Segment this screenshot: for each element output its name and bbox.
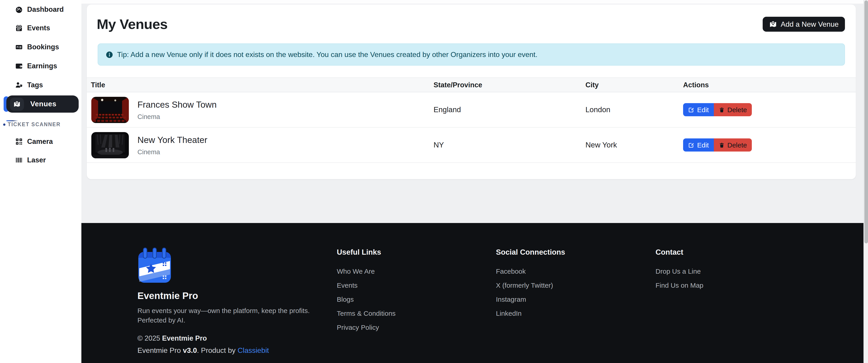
venue-title-block: Frances Show Town Cinema <box>137 99 217 120</box>
sidebar-item-label: Laser <box>27 156 46 164</box>
footer-link-who-we-are[interactable]: Who We Are <box>337 267 375 275</box>
footer-column-heading: Contact <box>655 248 704 256</box>
edit-button[interactable]: Edit <box>683 139 714 152</box>
delete-button[interactable]: Delete <box>714 139 752 152</box>
footer-tagline: Run events your way—own the platform, ke… <box>137 306 318 325</box>
footer-brand: Eventmie Pro Run events your way—own the… <box>137 247 318 355</box>
add-new-venue-button[interactable]: Add a New Venue <box>763 17 845 32</box>
sidebar-item-label: Events <box>27 24 50 32</box>
eventmie-logo-icon <box>137 247 318 283</box>
footer-column-useful-links: Useful Links Who We Are Events Blogs Ter… <box>337 248 396 337</box>
sidebar-item-label: Venues <box>30 100 57 108</box>
app-root: Dashboard Events Bookings Earnings Tags <box>0 0 868 363</box>
footer: Eventmie Pro Run events your way—own the… <box>81 223 864 363</box>
footer-link-events[interactable]: Events <box>337 281 358 289</box>
wallet-icon <box>15 62 23 70</box>
footer-tagline-line2: Perfected by AI. <box>137 315 318 325</box>
page-title: My Venues <box>97 16 167 33</box>
edit-button-label: Edit <box>697 141 709 149</box>
footer-column-contact: Contact Drop Us a Line Find Us on Map <box>655 248 704 295</box>
venue-city: London <box>581 105 679 114</box>
pen-square-icon <box>688 142 694 148</box>
table-row: Frances Show Town Cinema England London <box>87 92 856 127</box>
barcode-icon <box>15 156 23 164</box>
venue-thumbnail-bw-theater <box>91 132 129 158</box>
sidebar-item-venues-active[interactable]: Venues <box>6 95 79 113</box>
footer-link-linkedin[interactable]: LinkedIn <box>496 309 522 317</box>
top-strip <box>81 0 864 4</box>
footer-link-drop-us-a-line[interactable]: Drop Us a Line <box>655 267 701 275</box>
footer-link-twitter[interactable]: X (formerly Twitter) <box>496 281 553 289</box>
gauge-icon <box>15 5 23 13</box>
sidebar-item-laser[interactable]: Laser <box>0 151 81 169</box>
footer-copyright-brand: Eventmie Pro <box>162 334 207 342</box>
column-header-state: State/Province <box>430 81 581 89</box>
sidebar-item-earnings[interactable]: Earnings <box>0 57 81 75</box>
trash-icon <box>719 107 725 113</box>
user-tag-icon <box>15 81 23 89</box>
qrcode-icon <box>15 137 23 145</box>
tip-alert: Tip: Add a new Venue only if it does not… <box>98 43 845 66</box>
venue-thumbnail-red-cinema <box>91 97 129 123</box>
venue-title-cell: Frances Show Town Cinema <box>87 97 430 123</box>
delete-button[interactable]: Delete <box>714 103 752 116</box>
venues-card: My Venues Add a New Venue Tip: Add a new… <box>87 4 856 179</box>
column-header-city: City <box>581 81 679 89</box>
footer-copyright: © 2025 Eventmie Pro <box>137 334 318 342</box>
footer-column-heading: Social Connections <box>496 248 565 256</box>
sidebar-item-dashboard[interactable]: Dashboard <box>0 0 81 19</box>
tip-text: Tip: Add a new Venue only if it does not… <box>117 51 537 59</box>
card-header: My Venues Add a New Venue <box>87 4 856 33</box>
pen-square-icon <box>688 107 694 113</box>
venue-title-cell: New York Theater Cinema <box>87 132 430 158</box>
add-new-venue-label: Add a New Venue <box>781 20 839 28</box>
money-check-icon <box>15 43 23 51</box>
column-header-title: Title <box>87 81 430 89</box>
delete-button-label: Delete <box>727 106 747 114</box>
footer-column-heading: Useful Links <box>337 248 396 256</box>
sidebar-item-label: Tags <box>27 81 43 89</box>
sidebar: Dashboard Events Bookings Earnings Tags <box>0 0 81 363</box>
footer-version: v3.0 <box>183 346 197 354</box>
circle-info-icon <box>105 51 114 59</box>
sidebar-item-label: Earnings <box>27 62 57 70</box>
table-header-row: Title State/Province City Actions <box>87 77 856 92</box>
classiebit-link[interactable]: Classiebit <box>238 346 269 354</box>
footer-link-instagram[interactable]: Instagram <box>496 295 526 303</box>
footer-link-terms[interactable]: Terms & Conditions <box>337 309 396 317</box>
sidebar-section-label: TICKET SCANNER <box>8 122 61 127</box>
footer-link-blogs[interactable]: Blogs <box>337 295 354 303</box>
venue-title-block: New York Theater Cinema <box>137 134 207 155</box>
sidebar-item-events[interactable]: Events <box>0 19 81 37</box>
sidebar-section-divider <box>6 120 18 121</box>
bullet-dot-icon <box>3 123 5 125</box>
map-icon <box>769 20 777 28</box>
main-content: My Venues Add a New Venue Tip: Add a new… <box>81 0 864 363</box>
venue-category: Cinema <box>137 148 207 155</box>
sidebar-item-camera[interactable]: Camera <box>0 132 81 151</box>
trash-icon <box>719 142 725 148</box>
sidebar-item-tags[interactable]: Tags <box>0 75 81 94</box>
sidebar-item-label: Dashboard <box>27 5 64 13</box>
column-header-actions: Actions <box>679 81 856 89</box>
venue-state: NY <box>430 141 581 149</box>
sidebar-item-bookings[interactable]: Bookings <box>0 37 81 56</box>
scrollbar-thumb[interactable] <box>864 0 868 243</box>
edit-button[interactable]: Edit <box>683 103 714 116</box>
footer-link-privacy[interactable]: Privacy Policy <box>337 324 379 331</box>
delete-button-label: Delete <box>727 141 747 149</box>
footer-link-find-us-on-map[interactable]: Find Us on Map <box>655 281 704 289</box>
footer-version-line: Eventmie Pro v3.0. Product by Classiebit <box>137 346 318 355</box>
footer-column-social: Social Connections Facebook X (formerly … <box>496 248 565 324</box>
sidebar-section-ticket-scanner: TICKET SCANNER <box>0 122 81 127</box>
actions-button-group: Edit Delete <box>683 139 752 152</box>
venue-name: Frances Show Town <box>137 99 217 110</box>
footer-tagline-line1: Run events your way—own the platform, ke… <box>137 306 318 315</box>
footer-link-facebook[interactable]: Facebook <box>496 267 526 275</box>
calendar-icon <box>15 24 23 32</box>
map-icon <box>10 97 24 111</box>
vertical-scrollbar <box>864 0 868 363</box>
actions-button-group: Edit Delete <box>683 103 752 116</box>
sidebar-item-label: Camera <box>27 137 53 145</box>
venue-state: England <box>430 105 581 114</box>
